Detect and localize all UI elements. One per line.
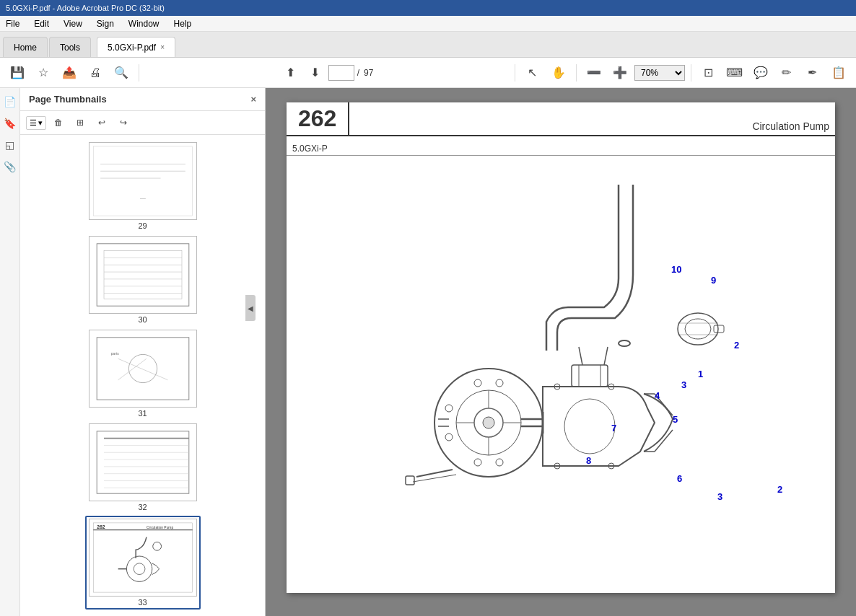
- search-button[interactable]: 🔍: [110, 61, 133, 84]
- comment-button[interactable]: 💬: [749, 61, 772, 84]
- keyboard-button[interactable]: ⌨: [723, 61, 746, 84]
- page-title: Circulation Pump: [349, 102, 835, 135]
- pump-diagram-svg: [287, 163, 835, 509]
- hand-tool-button[interactable]: ✋: [547, 61, 570, 84]
- panel-view-dropdown[interactable]: ☰ ▾: [26, 116, 46, 130]
- thumbnail-img-31: parts: [89, 330, 197, 408]
- part-label-6: 6: [677, 473, 682, 484]
- diagram-area: 1 2 2 3 3 4 5 6 7 8 9 10: [287, 163, 835, 509]
- menu-window[interactable]: Window: [126, 17, 162, 30]
- page-number: 262: [287, 102, 349, 135]
- tab-pdf-label: 5.0GXi-P.pdf: [108, 43, 156, 53]
- thumbnail-33[interactable]: 262 Circulation Pump: [85, 516, 201, 610]
- pdf-page: 262 Circulation Pump 5.0GXi-P: [287, 102, 835, 593]
- toolbar-sep-1: [139, 64, 139, 82]
- tab-pdf[interactable]: 5.0GXi-P.pdf ×: [97, 37, 175, 57]
- svg-text:262: 262: [97, 524, 105, 529]
- thumbnail-label-33: 33: [138, 598, 147, 607]
- tab-close-button[interactable]: ×: [160, 43, 165, 51]
- svg-rect-21: [89, 424, 196, 501]
- thumbnail-30[interactable]: 30: [85, 234, 201, 325]
- tab-tools[interactable]: Tools: [49, 37, 91, 57]
- svg-point-40: [619, 340, 630, 346]
- page-up-button[interactable]: ⬆: [279, 61, 302, 84]
- panel-collapse-button[interactable]: ◀: [245, 295, 256, 321]
- svg-line-80: [579, 347, 582, 365]
- part-label-5: 5: [673, 414, 678, 425]
- thumbnail-label-29: 29: [138, 221, 147, 230]
- save-button[interactable]: 💾: [6, 61, 29, 84]
- menu-file[interactable]: File: [3, 17, 22, 30]
- thumbnail-29[interactable]: — 29: [85, 141, 201, 232]
- print-button[interactable]: 🖨: [84, 61, 107, 84]
- svg-line-67: [655, 430, 673, 452]
- svg-line-77: [416, 470, 453, 477]
- tab-tools-label: Tools: [60, 43, 80, 53]
- sidebar-icon-thumbnails[interactable]: 📄: [2, 94, 18, 110]
- thumbnail-31[interactable]: parts 31: [85, 328, 201, 419]
- part-label-9: 9: [711, 275, 716, 286]
- hose-elbow: [546, 185, 633, 351]
- page-number-input[interactable]: 33: [328, 65, 354, 81]
- page-down-button[interactable]: ⬇: [304, 61, 327, 84]
- left-sidebar: 📄 🔖 ◱ 📎: [0, 88, 20, 616]
- svg-point-55: [496, 379, 503, 387]
- svg-text:Circulation Pump: Circulation Pump: [146, 526, 173, 529]
- thumbnails-container: — 29: [20, 135, 265, 616]
- svg-point-60: [564, 399, 615, 454]
- part-label-10: 10: [671, 264, 681, 275]
- select-tool-button[interactable]: ↖: [521, 61, 544, 84]
- panel-title: Page Thumbnails: [29, 94, 107, 105]
- edit-button[interactable]: ✒: [801, 61, 824, 84]
- zoom-in-button[interactable]: ➕: [608, 61, 632, 84]
- menu-view[interactable]: View: [61, 17, 85, 30]
- title-bar: 5.0GXi-P.pdf - Adobe Acrobat Pro DC (32-…: [0, 0, 856, 16]
- zoom-select[interactable]: 70% 100% 125% 150%: [634, 65, 685, 81]
- page-sep: /: [357, 68, 359, 78]
- export-button[interactable]: 📋: [827, 61, 850, 84]
- thumbnail-img-33: 262 Circulation Pump: [89, 519, 197, 597]
- zoom-out-button[interactable]: ➖: [582, 61, 606, 84]
- menu-bar: File Edit View Sign Window Help: [0, 16, 856, 32]
- menu-help[interactable]: Help: [171, 17, 195, 30]
- thumbnail-32[interactable]: 32: [85, 422, 201, 513]
- svg-rect-15: [89, 330, 196, 407]
- highlight-button[interactable]: ✏: [775, 61, 798, 84]
- svg-rect-79: [406, 476, 414, 485]
- part-label-3-bot: 3: [717, 491, 722, 502]
- toolbar-nav: ⬆ ⬇ 33 / 97: [279, 61, 375, 84]
- svg-point-54: [474, 379, 481, 387]
- page-total: 97: [364, 68, 373, 78]
- bookmark-button[interactable]: ☆: [32, 61, 55, 84]
- panel-redo-button[interactable]: ↪: [114, 114, 133, 131]
- tab-home[interactable]: Home: [3, 37, 48, 57]
- panel-dropdown-arrow: ▾: [38, 118, 43, 128]
- panel-close-button[interactable]: ×: [250, 94, 256, 105]
- svg-rect-31: [89, 519, 196, 596]
- svg-text:—: —: [140, 195, 146, 201]
- toolbar-sep-4: [691, 64, 691, 82]
- part-label-1: 1: [698, 369, 703, 379]
- sidebar-icon-layers[interactable]: ◱: [2, 137, 18, 153]
- sidebar-icon-attachments[interactable]: 📎: [2, 159, 18, 175]
- share-button[interactable]: 📤: [58, 61, 81, 84]
- thumbnail-img-29: —: [89, 142, 197, 220]
- panel-header: Page Thumbnails ×: [20, 88, 265, 111]
- svg-point-49: [483, 417, 494, 428]
- svg-rect-6: [89, 237, 196, 313]
- pump-body: [406, 347, 673, 485]
- fit-page-button[interactable]: ⊡: [697, 61, 720, 84]
- panel-toolbar: ☰ ▾ 🗑 ⊞ ↩ ↪: [20, 111, 265, 135]
- svg-rect-45: [714, 325, 724, 333]
- panel-undo-button[interactable]: ↩: [92, 114, 111, 131]
- part-label-2-bot: 2: [777, 484, 782, 495]
- menu-sign[interactable]: Sign: [94, 17, 117, 30]
- sidebar-icon-bookmarks[interactable]: 🔖: [2, 115, 18, 131]
- page-header: 262 Circulation Pump: [287, 102, 835, 136]
- panel-view-icon: ☰: [30, 118, 37, 128]
- menu-edit[interactable]: Edit: [31, 17, 52, 30]
- clamp-fitting: [678, 313, 724, 345]
- svg-rect-68: [572, 365, 608, 387]
- panel-extract-button[interactable]: ⊞: [71, 114, 89, 131]
- panel-delete-button[interactable]: 🗑: [49, 114, 68, 131]
